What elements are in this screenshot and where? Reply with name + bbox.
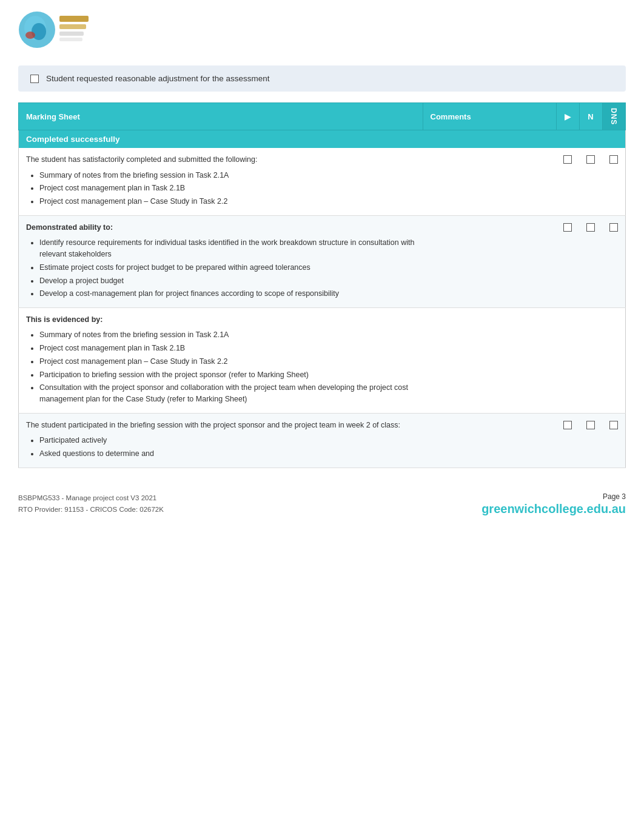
main-content: Marking Sheet Comments ▶ N DNS Completed… bbox=[18, 102, 626, 468]
list-item: Project cost management plan – Case Stud… bbox=[39, 356, 415, 367]
row1-bullets: Summary of notes from the briefing sessi… bbox=[26, 170, 415, 207]
list-item: Develop a project budget bbox=[39, 275, 415, 287]
row3-comments bbox=[423, 308, 556, 414]
section-completed-header: Completed successfully bbox=[19, 130, 626, 149]
list-item: Asked questions to determine and bbox=[39, 448, 415, 460]
list-item: Estimate project costs for project budge… bbox=[39, 262, 415, 273]
page-header bbox=[0, 0, 644, 55]
svg-point-3 bbox=[25, 32, 35, 39]
row4-bullets: Participated actively Asked questions to… bbox=[26, 435, 415, 460]
table-row: Demonstrated ability to: Identify resour… bbox=[19, 215, 626, 307]
brand-part1: greenwich bbox=[481, 502, 542, 515]
table-row: The student has satisfactorily completed… bbox=[19, 148, 626, 215]
row1-dns[interactable] bbox=[602, 148, 626, 215]
row1-comments bbox=[423, 148, 556, 215]
checkbox[interactable] bbox=[609, 155, 618, 164]
th-marking-sheet: Marking Sheet bbox=[19, 103, 423, 130]
logo-icon bbox=[18, 11, 91, 49]
checkbox[interactable] bbox=[609, 223, 618, 232]
marking-table: Marking Sheet Comments ▶ N DNS Completed… bbox=[18, 102, 626, 468]
checkbox[interactable] bbox=[609, 421, 618, 429]
svg-rect-7 bbox=[59, 38, 82, 41]
th-check2: N bbox=[579, 103, 602, 130]
page-footer: BSBPMG533 - Manage project cost V3 2021 … bbox=[18, 492, 626, 516]
svg-rect-4 bbox=[59, 16, 89, 22]
checkbox[interactable] bbox=[586, 223, 595, 232]
checkbox[interactable] bbox=[586, 421, 595, 429]
brand-part2: college bbox=[542, 502, 583, 515]
list-item: Participated actively bbox=[39, 435, 415, 446]
row2-comments bbox=[423, 215, 556, 307]
checkbox[interactable] bbox=[563, 223, 572, 232]
checkbox[interactable] bbox=[563, 421, 572, 429]
footer-line2: RTO Provider: 91153 - CRICOS Code: 02672… bbox=[18, 504, 164, 516]
svg-rect-6 bbox=[59, 32, 84, 36]
svg-rect-5 bbox=[59, 24, 86, 29]
list-item: Project cost management plan in Task 2.1… bbox=[39, 183, 415, 194]
th-dns: DNS bbox=[602, 103, 626, 130]
row4-comments bbox=[423, 413, 556, 468]
table-row: This is evidenced by: Summary of notes f… bbox=[19, 308, 626, 414]
row2-check1[interactable] bbox=[556, 215, 579, 307]
row2-content: Demonstrated ability to: Identify resour… bbox=[19, 215, 423, 307]
page-number: Page 3 bbox=[481, 492, 626, 501]
row3-section-label: This is evidenced by: bbox=[26, 314, 415, 326]
section-completed-label: Completed successfully bbox=[19, 130, 626, 149]
row4-check2[interactable] bbox=[579, 413, 602, 468]
checkbox[interactable] bbox=[563, 155, 572, 164]
table-header-row: Marking Sheet Comments ▶ N DNS bbox=[19, 103, 626, 130]
row3-check1 bbox=[556, 308, 579, 414]
footer-left: BSBPMG533 - Manage project cost V3 2021 … bbox=[18, 492, 164, 516]
checkbox[interactable] bbox=[586, 155, 595, 164]
row2-bullets: Identify resource requirements for indiv… bbox=[26, 237, 415, 300]
row1-content: The student has satisfactorily completed… bbox=[19, 148, 423, 215]
row3-content: This is evidenced by: Summary of notes f… bbox=[19, 308, 423, 414]
brand-suffix: .edu.au bbox=[583, 502, 626, 515]
row3-check2 bbox=[579, 308, 602, 414]
brand-text: greenwichcollege.edu.au bbox=[481, 502, 626, 515]
adjustment-label: Student requested reasonable adjustment … bbox=[46, 74, 269, 83]
list-item: Summary of notes from the briefing sessi… bbox=[39, 329, 415, 341]
logo-area bbox=[18, 11, 91, 49]
footer-right: Page 3 greenwichcollege.edu.au bbox=[481, 492, 626, 516]
adjustment-checkbox[interactable] bbox=[30, 75, 39, 83]
row1-check2[interactable] bbox=[579, 148, 602, 215]
row3-bullets: Summary of notes from the briefing sessi… bbox=[26, 329, 415, 405]
list-item: Develop a cost-management plan for proje… bbox=[39, 288, 415, 300]
row3-dns bbox=[602, 308, 626, 414]
row4-content: The student participated in the briefing… bbox=[19, 413, 423, 468]
th-check1: ▶ bbox=[556, 103, 579, 130]
list-item: Consultation with the project sponsor an… bbox=[39, 382, 415, 405]
row2-dns[interactable] bbox=[602, 215, 626, 307]
row1-check1[interactable] bbox=[556, 148, 579, 215]
list-item: Project cost management plan – Case Stud… bbox=[39, 196, 415, 207]
table-row: The student participated in the briefing… bbox=[19, 413, 626, 468]
list-item: Identify resource requirements for indiv… bbox=[39, 237, 415, 260]
row2-section-label: Demonstrated ability to: bbox=[26, 222, 415, 233]
adjustment-section: Student requested reasonable adjustment … bbox=[18, 65, 626, 92]
row4-main-text: The student participated in the briefing… bbox=[26, 420, 415, 431]
row2-check2[interactable] bbox=[579, 215, 602, 307]
row4-dns[interactable] bbox=[602, 413, 626, 468]
row4-check1[interactable] bbox=[556, 413, 579, 468]
footer-line1: BSBPMG533 - Manage project cost V3 2021 bbox=[18, 492, 164, 505]
th-comments: Comments bbox=[423, 103, 556, 130]
list-item: Summary of notes from the briefing sessi… bbox=[39, 170, 415, 181]
list-item: Project cost management plan in Task 2.1… bbox=[39, 343, 415, 354]
list-item: Participation to briefing session with t… bbox=[39, 369, 415, 381]
row1-main-text: The student has satisfactorily completed… bbox=[26, 154, 415, 166]
